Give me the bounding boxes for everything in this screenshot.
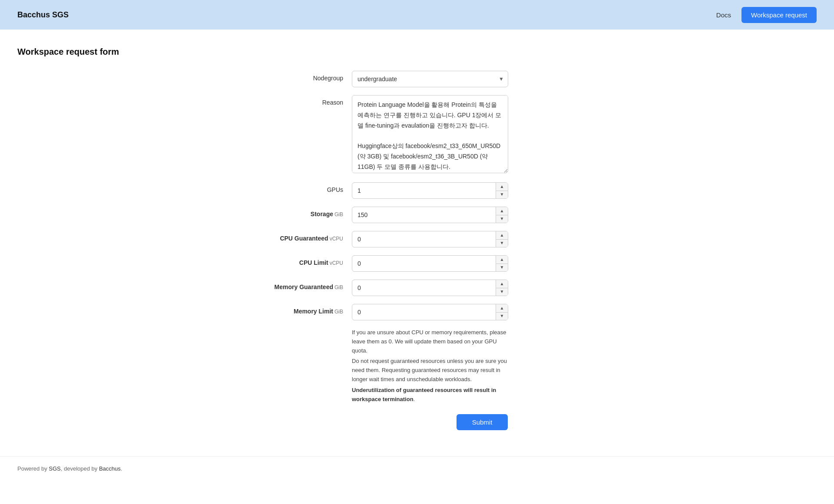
storage-input-wrapper: ▲ ▼ (352, 207, 508, 223)
nodegroup-select[interactable]: undergraduate graduate faculty staff (352, 71, 508, 87)
memory-limit-input[interactable] (352, 304, 508, 320)
reason-row: Reason Protein Language Model을 활용해 Prote… (222, 95, 612, 175)
logo: Bacchus SGS (17, 10, 69, 20)
docs-link[interactable]: Docs (716, 11, 731, 19)
storage-row: StorageGiB ▲ ▼ (222, 207, 612, 223)
memory-limit-label: Memory LimitGiB (222, 304, 352, 316)
cpu-limit-row: CPU LimitvCPU ▲ ▼ (222, 255, 612, 272)
cpu-limit-input-wrapper: ▲ ▼ (352, 255, 508, 272)
cpu-limit-spinners: ▲ ▼ (496, 256, 508, 271)
memory-limit-row: Memory LimitGiB ▲ ▼ (222, 304, 612, 320)
info-line-2: Do not request guaranteed resources unle… (352, 357, 508, 384)
bacchus-link[interactable]: Bacchus (99, 465, 121, 472)
header: Bacchus SGS Docs Workspace request (0, 0, 834, 30)
memory-guaranteed-decrement-button[interactable]: ▼ (496, 288, 508, 296)
gpus-increment-button[interactable]: ▲ (496, 183, 508, 191)
cpu-guaranteed-input-wrapper: ▲ ▼ (352, 231, 508, 247)
workspace-request-form: Nodegroup undergraduate graduate faculty… (222, 71, 612, 430)
cpu-guaranteed-row: CPU GuaranteedvCPU ▲ ▼ (222, 231, 612, 247)
storage-spinners: ▲ ▼ (496, 207, 508, 223)
memory-guaranteed-input[interactable] (352, 280, 508, 296)
memory-limit-field: ▲ ▼ (352, 304, 508, 320)
info-line-3-suffix: . (414, 396, 415, 402)
nodegroup-select-wrapper: undergraduate graduate faculty staff ▼ (352, 71, 508, 87)
cpu-limit-input[interactable] (352, 255, 508, 272)
reason-label: Reason (222, 95, 352, 107)
cpu-limit-increment-button[interactable]: ▲ (496, 256, 508, 264)
header-nav: Docs Workspace request (716, 7, 817, 23)
memory-guaranteed-label: Memory GuaranteedGiB (222, 280, 352, 292)
info-line-1: If you are unsure about CPU or memory re… (352, 328, 508, 355)
nodegroup-row: Nodegroup undergraduate graduate faculty… (222, 71, 612, 87)
reason-field: Protein Language Model을 활용해 Protein의 특성을… (352, 95, 508, 175)
memory-limit-input-wrapper: ▲ ▼ (352, 304, 508, 320)
memory-limit-increment-button[interactable]: ▲ (496, 304, 508, 313)
memory-guaranteed-row: Memory GuaranteedGiB ▲ ▼ (222, 280, 612, 296)
gpus-input[interactable] (352, 182, 508, 199)
nodegroup-field: undergraduate graduate faculty staff ▼ (352, 71, 508, 87)
memory-limit-decrement-button[interactable]: ▼ (496, 313, 508, 320)
storage-increment-button[interactable]: ▲ (496, 207, 508, 215)
footer-text-middle: , developed by (61, 465, 99, 472)
submit-row: Submit (352, 414, 612, 430)
info-warning-text: Underutilization of guaranteed resources… (352, 387, 496, 402)
cpu-guaranteed-increment-button[interactable]: ▲ (496, 231, 508, 240)
cpu-guaranteed-label: CPU GuaranteedvCPU (222, 231, 352, 243)
gpus-field: ▲ ▼ (352, 182, 508, 199)
cpu-guaranteed-spinners: ▲ ▼ (496, 231, 508, 247)
info-box: If you are unsure about CPU or memory re… (352, 328, 508, 404)
workspace-request-button[interactable]: Workspace request (741, 7, 817, 23)
memory-guaranteed-field: ▲ ▼ (352, 280, 508, 296)
footer-text-prefix: Powered by (17, 465, 49, 472)
gpus-spinners: ▲ ▼ (496, 183, 508, 198)
cpu-limit-field: ▲ ▼ (352, 255, 508, 272)
cpu-guaranteed-decrement-button[interactable]: ▼ (496, 240, 508, 247)
reason-textarea[interactable]: Protein Language Model을 활용해 Protein의 특성을… (352, 95, 508, 173)
sgs-link[interactable]: SGS (49, 465, 60, 472)
storage-input[interactable] (352, 207, 508, 223)
storage-decrement-button[interactable]: ▼ (496, 215, 508, 223)
gpus-label: GPUs (222, 182, 352, 194)
main-content: Workspace request form Nodegroup undergr… (0, 30, 834, 456)
page-title: Workspace request form (17, 47, 817, 57)
memory-guaranteed-increment-button[interactable]: ▲ (496, 280, 508, 288)
memory-guaranteed-spinners: ▲ ▼ (496, 280, 508, 296)
storage-label: StorageGiB (222, 207, 352, 219)
gpus-input-wrapper: ▲ ▼ (352, 182, 508, 199)
footer: Powered by SGS, developed by Bacchus. (0, 456, 834, 481)
submit-button[interactable]: Submit (457, 414, 508, 430)
cpu-limit-label: CPU LimitvCPU (222, 255, 352, 267)
cpu-guaranteed-field: ▲ ▼ (352, 231, 508, 247)
memory-limit-spinners: ▲ ▼ (496, 304, 508, 320)
cpu-limit-decrement-button[interactable]: ▼ (496, 264, 508, 272)
info-line-3: Underutilization of guaranteed resources… (352, 386, 508, 404)
gpus-row: GPUs ▲ ▼ (222, 182, 612, 199)
storage-field: ▲ ▼ (352, 207, 508, 223)
gpus-decrement-button[interactable]: ▼ (496, 191, 508, 199)
cpu-guaranteed-input[interactable] (352, 231, 508, 247)
footer-text-suffix: . (121, 465, 122, 472)
memory-guaranteed-input-wrapper: ▲ ▼ (352, 280, 508, 296)
nodegroup-label: Nodegroup (222, 71, 352, 83)
